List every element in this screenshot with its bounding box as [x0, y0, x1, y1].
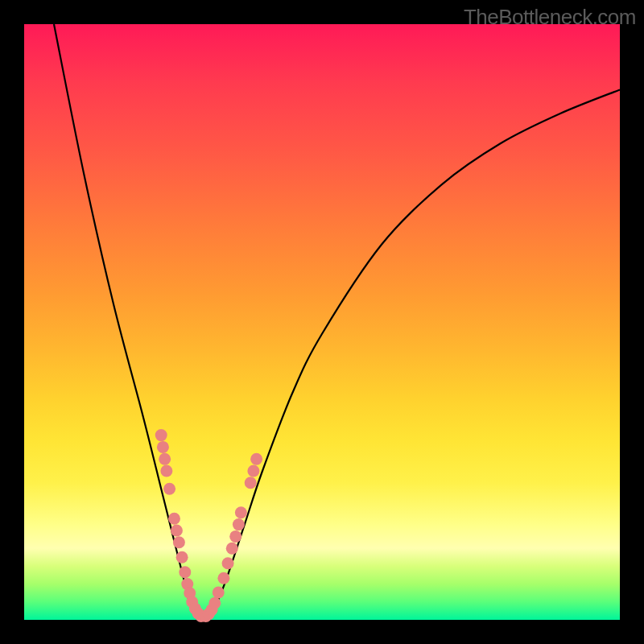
- scatter-dot: [171, 525, 183, 537]
- scatter-dot: [160, 465, 172, 477]
- scatter-dot: [245, 477, 257, 489]
- scatter-dot: [229, 530, 242, 543]
- scatter-dot: [159, 453, 171, 465]
- scatter-dot: [176, 551, 188, 564]
- scatter-dot: [168, 513, 180, 525]
- scatter-dot: [222, 557, 234, 569]
- scatter-dot: [208, 597, 221, 609]
- scatter-dot: [250, 453, 262, 465]
- plot-area: [24, 24, 620, 620]
- scatter-dot: [179, 566, 191, 578]
- scatter-dot: [213, 586, 225, 598]
- scatter-dot: [157, 441, 169, 453]
- scatter-dot: [226, 543, 238, 555]
- scatter-dot: [173, 536, 185, 548]
- watermark-text: TheBottleneck.com: [464, 5, 636, 30]
- scatter-dot: [235, 506, 247, 518]
- chart-frame: TheBottleneck.com: [0, 0, 644, 644]
- scatter-dot: [247, 465, 259, 477]
- bottleneck-curve: [54, 24, 620, 620]
- scatter-dot: [233, 518, 245, 530]
- scatter-dot: [155, 429, 167, 441]
- chart-svg: [24, 24, 620, 620]
- scatter-dot: [163, 483, 175, 495]
- scatter-dot: [217, 572, 229, 584]
